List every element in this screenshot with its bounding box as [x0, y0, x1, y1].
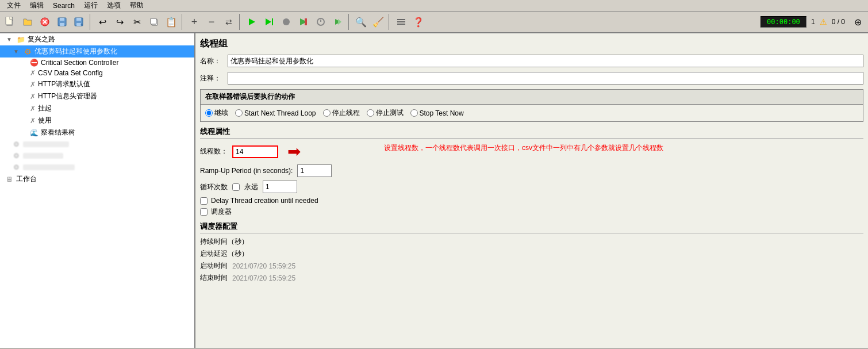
radio-stoptest-input[interactable] [367, 109, 374, 117]
counter2: 0 / 0 [832, 18, 845, 26]
name-input[interactable] [228, 55, 863, 67]
tree-arrow-root: ▼ [5, 35, 14, 44]
tree-critical-icon: ⛔ [30, 59, 39, 67]
toolbar-stopnow[interactable] [295, 14, 312, 30]
menu-edit[interactable]: 编辑 [25, 0, 48, 11]
radio-nextloop-input[interactable] [235, 109, 243, 117]
action-section: 在取样器错误后要执行的动作 继续 Start Next Thread Loop … [200, 89, 863, 122]
svg-rect-26 [397, 24, 405, 25]
action-section-title: 在取样器错误后要执行的动作 [201, 90, 863, 105]
toolbar-start[interactable] [244, 14, 260, 30]
end-time-value: 2021/07/20 15:59:25 [232, 274, 295, 282]
toolbar-toggle[interactable]: ⇄ [221, 14, 237, 30]
toolbar-help[interactable]: ❓ [410, 14, 427, 30]
right-panel: 线程组 名称： 注释： 在取样器错误后要执行的动作 继续 [195, 33, 868, 348]
toolbar-copy[interactable] [146, 14, 162, 30]
warning-icon: ⚠ [820, 17, 827, 26]
delay-label: 启动延迟（秒） [200, 249, 248, 259]
tree-gear-icon: ⚙ [23, 47, 32, 56]
radio-stoptest-label: 停止测试 [376, 108, 404, 118]
annotation-text: 设置线程数，一个线程数代表调用一次接口，csv文件中一列中有几个参数就设置几个线… [384, 143, 663, 153]
tree-label-csv: CSV Data Set Config [38, 69, 103, 77]
toolbar-expand-btn[interactable]: ⊕ [850, 14, 866, 30]
toolbar-sep-3 [239, 14, 241, 30]
toolbar-collapse[interactable]: − [203, 14, 220, 30]
tree-item-critical[interactable]: ⛔ Critical Section Controller [0, 57, 194, 68]
menu-options[interactable]: 选项 [102, 0, 125, 11]
tree-item-hangup[interactable]: ✗ 挂起 [0, 102, 194, 114]
toolbar-shutdown[interactable] [313, 14, 329, 30]
rampup-input[interactable] [297, 164, 332, 177]
radio-stopthread[interactable]: 停止线程 [323, 108, 360, 118]
toolbar-open[interactable] [20, 14, 36, 30]
toolbar-cut[interactable]: ✂ [129, 14, 145, 30]
scheduler-row: 调度器 [200, 207, 863, 217]
tree-item-root[interactable]: ▼ 📁 复兴之路 [0, 33, 194, 45]
tree-item-blur3[interactable]: ⚙ [0, 162, 194, 173]
loop-forever-checkbox[interactable] [232, 183, 240, 191]
tree-blur3-bar [23, 164, 75, 170]
toolbar-expand[interactable]: + [186, 14, 202, 30]
tree-label-httpreq: HTTP请求默认值 [38, 79, 90, 89]
radio-nextloop[interactable]: Start Next Thread Loop [235, 109, 316, 117]
scheduler-label: 调度器 [211, 207, 232, 217]
toolbar-saveas[interactable]: + [71, 14, 87, 30]
svg-text:+: + [80, 22, 83, 26]
toolbar-clear[interactable]: 🧹 [370, 14, 386, 30]
menu-help[interactable]: 帮助 [125, 0, 148, 11]
toolbar-list[interactable] [393, 14, 409, 30]
tree-item-blur1[interactable]: ⚙ [0, 139, 194, 150]
comment-group: 注释： [200, 72, 863, 85]
duration-label: 持续时间（秒） [200, 237, 248, 247]
delay-thread-row: Delay Thread creation until needed [200, 197, 863, 205]
properties-title: 线程属性 [200, 126, 863, 139]
tree-item-csv[interactable]: ✗ CSV Data Set Config [0, 68, 194, 78]
scheduler-section: 调度器配置 持续时间（秒） 启动延迟（秒） 启动时间 2021/07/20 15… [200, 221, 863, 283]
loop-count-input[interactable] [263, 181, 297, 193]
tree-results-icon: 🌊 [30, 129, 39, 137]
svg-rect-9 [76, 18, 81, 21]
tree-blur2-icon: ⚙ [11, 151, 21, 160]
toolbar-paste[interactable]: 📋 [163, 14, 179, 30]
delay-thread-checkbox[interactable] [200, 197, 208, 205]
menu-file[interactable]: 文件 [2, 0, 25, 11]
thread-count-label: 线程数： [200, 147, 228, 156]
menu-run[interactable]: 运行 [79, 0, 102, 11]
toolbar-revert[interactable]: ↩ [94, 14, 110, 30]
radio-continue-input[interactable] [205, 109, 213, 117]
start-time-row: 启动时间 2021/07/20 15:59:25 [200, 261, 863, 271]
menu-search[interactable]: Search [48, 1, 79, 11]
toolbar-redo[interactable]: ↪ [112, 14, 128, 30]
tree-item-use[interactable]: ✗ 使用 [0, 114, 194, 126]
comment-input[interactable] [228, 72, 863, 85]
tree-item-httpheader[interactable]: ✗ HTTP信息头管理器 [0, 90, 194, 102]
radio-stoptest[interactable]: 停止测试 [367, 108, 404, 118]
tree-item-selected[interactable]: ▼ ⚙ 优惠券码挂起和使用参数化 [0, 45, 194, 57]
toolbar-search-icon-btn[interactable]: 🔍 [353, 14, 369, 30]
toolbar-save[interactable] [54, 14, 70, 30]
toolbar-start-nopause[interactable] [261, 14, 277, 30]
properties-section: 线程属性 线程数： ➡ 设置线程数，一个线程数代表调用一次接口，csv文件中一列… [200, 126, 863, 217]
tree-item-httpreq[interactable]: ✗ HTTP请求默认值 [0, 78, 194, 90]
toolbar-new[interactable] [2, 14, 18, 30]
svg-rect-1 [6, 17, 12, 25]
radio-continue[interactable]: 继续 [205, 108, 228, 118]
tree-panel: ▼ 📁 复兴之路 ▼ ⚙ 优惠券码挂起和使用参数化 ⛔ Critical Sec… [0, 33, 195, 348]
scheduler-checkbox[interactable] [200, 208, 208, 216]
duration-row: 持续时间（秒） [200, 237, 863, 247]
radio-stopnow[interactable]: Stop Test Now [410, 109, 464, 117]
tree-item-workbench[interactable]: 🖥 工作台 [0, 173, 194, 185]
name-label: 名称： [200, 56, 223, 66]
svg-marker-14 [249, 18, 255, 25]
radio-stopthread-input[interactable] [323, 109, 331, 117]
tree-item-results[interactable]: 🌊 察看结果树 [0, 126, 194, 139]
tree-blur3-icon: ⚙ [11, 163, 21, 172]
radio-stopnow-input[interactable] [410, 109, 418, 117]
main-layout: ▼ 📁 复兴之路 ▼ ⚙ 优惠券码挂起和使用参数化 ⛔ Critical Sec… [0, 33, 868, 348]
tree-label-results: 察看结果树 [41, 128, 75, 137]
toolbar-close[interactable] [37, 14, 53, 30]
tree-item-blur2[interactable]: ⚙ [0, 150, 194, 162]
toolbar-stop[interactable] [278, 14, 294, 30]
thread-count-input[interactable] [232, 145, 278, 158]
toolbar-remote[interactable] [330, 14, 346, 30]
